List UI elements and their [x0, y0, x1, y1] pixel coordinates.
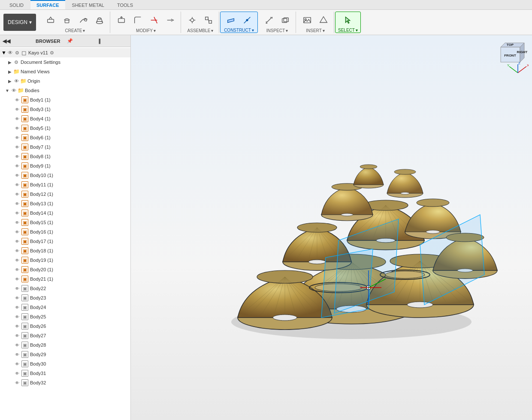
tree-item-body28[interactable]: 👁▣Body28 — [0, 340, 130, 350]
joint-button[interactable] — [184, 13, 200, 27]
select-button[interactable] — [340, 13, 356, 27]
body11-eye[interactable]: 👁 — [14, 181, 21, 188]
tree-item-body17[interactable]: 👁▣Body17 (1) — [0, 237, 130, 246]
body9-eye[interactable]: 👁 — [14, 162, 21, 169]
assemble-label[interactable]: ASSEMBLE ▾ — [187, 28, 214, 33]
insert-label[interactable]: INSERT ▾ — [306, 28, 325, 33]
tree-item-named-views[interactable]: ▶ 📁 Named Views — [0, 67, 130, 76]
body10-eye[interactable]: 👁 — [14, 172, 21, 179]
body26-eye[interactable]: 👁 — [14, 323, 21, 330]
browser-expand-icon[interactable]: ∥ — [98, 38, 128, 44]
viewport[interactable]: TOP FRONT RIGHT X Y Z — [131, 35, 532, 420]
revolve-button[interactable] — [59, 13, 75, 27]
tree-item-body8[interactable]: 👁▣Body8 (1) — [0, 152, 130, 161]
body28-eye[interactable]: 👁 — [14, 342, 21, 348]
inspect-label[interactable]: INSPECT ▾ — [266, 28, 288, 33]
body18-eye[interactable]: 👁 — [14, 247, 21, 254]
body17-eye[interactable]: 👁 — [14, 238, 21, 245]
tree-item-body16[interactable]: 👁▣Body16 (1) — [0, 227, 130, 237]
body13-eye[interactable]: 👁 — [14, 200, 21, 207]
body27-eye[interactable]: 👁 — [14, 332, 21, 339]
tree-item-body7[interactable]: 👁▣Body7 (1) — [0, 142, 130, 152]
sweep-button[interactable] — [76, 13, 91, 27]
tree-item-body24[interactable]: 👁▣Body24 — [0, 303, 130, 312]
body24-eye[interactable]: 👁 — [14, 304, 21, 311]
root-arrow[interactable]: ▼ — [1, 50, 7, 56]
tree-item-body15[interactable]: 👁▣Body15 (1) — [0, 218, 130, 227]
body19-eye[interactable]: 👁 — [14, 257, 21, 264]
interference-button[interactable] — [278, 13, 293, 27]
tree-item-body26[interactable]: 👁▣Body26 — [0, 321, 130, 331]
construct-midpoint-button[interactable] — [239, 13, 255, 27]
body3-eye[interactable]: 👁 — [14, 106, 21, 113]
construct-label[interactable]: CONSTRUCT ▾ — [224, 28, 254, 33]
body23-eye[interactable]: 👁 — [14, 294, 21, 301]
as-built-joint-button[interactable] — [201, 13, 216, 27]
tab-surface[interactable]: SURFACE — [30, 0, 65, 9]
body29-eye[interactable]: 👁 — [14, 351, 21, 358]
body20-eye[interactable]: 👁 — [14, 266, 21, 273]
design-button[interactable]: DESIGN ▾ — [3, 14, 36, 31]
tree-item-body4[interactable]: 👁▣Body4 (1) — [0, 114, 130, 123]
tab-sheet-metal[interactable]: SHEET METAL — [66, 0, 110, 9]
extrude-button[interactable] — [43, 13, 58, 27]
bodies-arrow[interactable]: ▼ — [4, 87, 10, 93]
body12-eye[interactable]: 👁 — [14, 191, 21, 198]
tree-item-body22[interactable]: 👁▣Body22 — [0, 284, 130, 293]
tree-item-body18[interactable]: 👁▣Body18 (1) — [0, 246, 130, 255]
body21-eye[interactable]: 👁 — [14, 276, 21, 282]
origin-arrow[interactable]: ▶ — [7, 78, 13, 84]
body14-eye[interactable]: 👁 — [14, 210, 21, 216]
modify-label[interactable]: MODIFY ▾ — [136, 28, 156, 33]
body8-eye[interactable]: 👁 — [14, 153, 21, 160]
root-gear[interactable]: ⚙ — [14, 49, 21, 56]
doc-settings-arrow[interactable]: ▶ — [7, 59, 13, 65]
create-label[interactable]: CREATE ▾ — [65, 28, 85, 33]
body5-eye[interactable]: 👁 — [14, 125, 21, 132]
insert-image-button[interactable] — [299, 13, 315, 27]
root-eye[interactable]: 👁 — [7, 49, 14, 56]
body25-eye[interactable]: 👁 — [14, 313, 21, 320]
tree-item-body30[interactable]: 👁▣Body30 — [0, 359, 130, 369]
body16-eye[interactable]: 👁 — [14, 228, 21, 235]
offset-plane-button[interactable] — [223, 13, 239, 27]
tree-item-body21[interactable]: 👁▣Body21 (1) — [0, 274, 130, 284]
tree-item-origin[interactable]: ▶ 👁 📁 Origin — [0, 76, 130, 86]
tree-item-body12[interactable]: 👁▣Body12 (1) — [0, 189, 130, 199]
tree-item-body10[interactable]: 👁▣Body10 (1) — [0, 171, 130, 180]
3d-scene[interactable]: TOP FRONT RIGHT X Y Z — [131, 35, 532, 420]
bodies-eye[interactable]: 👁 — [10, 87, 17, 94]
tree-item-body20[interactable]: 👁▣Body20 (1) — [0, 265, 130, 274]
insert-mesh-button[interactable] — [316, 13, 331, 27]
browser-collapse-icon[interactable]: ◀◀ — [3, 38, 32, 44]
tree-item-body23[interactable]: 👁▣Body23 — [0, 293, 130, 303]
navigation-cube[interactable]: TOP FRONT RIGHT X Y Z — [492, 39, 529, 75]
select-label[interactable]: SELECT ▾ — [338, 28, 358, 33]
tree-item-body27[interactable]: 👁▣Body27 — [0, 331, 130, 340]
tree-item-body31[interactable]: 👁▣Body31 — [0, 369, 130, 378]
body6-eye[interactable]: 👁 — [14, 134, 21, 141]
tree-item-body1[interactable]: 👁▣Body1 (1) — [0, 95, 130, 105]
body32-eye[interactable]: 👁 — [14, 379, 21, 386]
origin-eye[interactable]: 👁 — [13, 78, 20, 84]
body31-eye[interactable]: 👁 — [14, 370, 21, 377]
body30-eye[interactable]: 👁 — [14, 360, 21, 367]
named-views-arrow[interactable]: ▶ — [7, 69, 13, 75]
tree-item-body19[interactable]: 👁▣Body19 (1) — [0, 255, 130, 265]
tree-item-body32[interactable]: 👁▣Body32 — [0, 378, 130, 387]
body22-eye[interactable]: 👁 — [14, 285, 21, 292]
tree-item-doc-settings[interactable]: ▶ ⚙ Document Settings — [0, 57, 130, 67]
tree-item-bodies[interactable]: ▼ 👁 📁 Bodies — [0, 86, 130, 95]
measure-button[interactable] — [261, 13, 277, 27]
tree-item-body13[interactable]: 👁▣Body13 (1) — [0, 199, 130, 208]
tree-item-body6[interactable]: 👁▣Body6 (1) — [0, 133, 130, 142]
body7-eye[interactable]: 👁 — [14, 144, 21, 150]
fillet-button[interactable] — [130, 13, 145, 27]
tree-item-body3[interactable]: 👁▣Body3 (1) — [0, 105, 130, 114]
tree-item-body14[interactable]: 👁▣Body14 (1) — [0, 208, 130, 218]
root-settings-icon[interactable]: ⚙ — [50, 50, 54, 56]
body1-eye[interactable]: 👁 — [14, 96, 21, 103]
body4-eye[interactable]: 👁 — [14, 115, 21, 122]
trim-button[interactable] — [146, 13, 162, 27]
tab-tools[interactable]: TOOLS — [111, 0, 139, 9]
